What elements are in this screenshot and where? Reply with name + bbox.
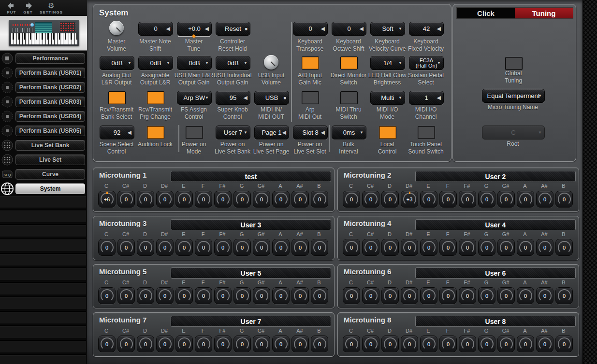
- mt3-knob-D[interactable]: 0: [137, 239, 154, 256]
- power-on-live-set-page[interactable]: Page 1◀: [254, 126, 289, 140]
- microtuning-name-field[interactable]: User 8: [415, 316, 576, 327]
- micro-tuning-name-dropdown[interactable]: Equal Temperment ▼: [482, 89, 545, 103]
- mt8-knob-G#[interactable]: 0: [497, 336, 515, 352]
- mt7-knob-A[interactable]: 0: [272, 336, 290, 352]
- mt7-knob-C#[interactable]: 0: [117, 336, 135, 352]
- mt2-knob-A#[interactable]: 0: [536, 191, 553, 208]
- mt6-knob-F#[interactable]: 0: [459, 287, 476, 304]
- mt5-knob-C[interactable]: 0: [98, 287, 116, 304]
- mt5-knob-C#[interactable]: 0: [117, 287, 135, 304]
- mt1-knob-D[interactable]: 0: [137, 191, 154, 208]
- rcv-transmit-prg-change[interactable]: [147, 91, 164, 104]
- mt7-knob-G#[interactable]: 0: [253, 336, 270, 352]
- mt2-knob-E[interactable]: 0: [420, 191, 437, 208]
- mt7-knob-B[interactable]: 0: [311, 336, 328, 352]
- mt8-knob-B[interactable]: 0: [555, 336, 573, 352]
- mt1-knob-F[interactable]: 0: [195, 191, 212, 208]
- microtuning-name-field[interactable]: User 6: [415, 267, 576, 279]
- mt6-knob-C[interactable]: 0: [343, 287, 360, 304]
- mt8-knob-A[interactable]: 0: [517, 336, 534, 352]
- mt8-knob-C[interactable]: 0: [343, 336, 360, 352]
- mt3-knob-C#[interactable]: 0: [117, 239, 135, 256]
- mt8-knob-D[interactable]: 0: [381, 336, 399, 352]
- mt7-knob-D#[interactable]: 0: [156, 336, 174, 352]
- scene-select-control[interactable]: 92◀: [100, 126, 134, 140]
- microtuning-name-field[interactable]: User 7: [171, 316, 331, 327]
- super-knob-control[interactable]: 95◀: [216, 91, 250, 105]
- mt1-knob-G#[interactable]: 0: [253, 191, 270, 208]
- sidebar-item-perform-bank-usr03[interactable]: Perform Bank (USR03): [15, 97, 85, 107]
- mt8-knob-F[interactable]: 0: [439, 336, 457, 352]
- mt1-knob-C#[interactable]: 0: [117, 191, 135, 208]
- mt3-knob-B[interactable]: 0: [311, 239, 328, 256]
- mt6-knob-G#[interactable]: 0: [497, 287, 515, 304]
- microtuning-name-field[interactable]: User 3: [171, 219, 331, 230]
- mt1-knob-G[interactable]: 0: [233, 191, 251, 208]
- mt7-knob-E[interactable]: 0: [175, 336, 193, 352]
- midi-io-channel[interactable]: 1◀: [409, 91, 444, 105]
- mt3-knob-A#[interactable]: 0: [291, 239, 309, 256]
- toolbar-get-button[interactable]: GET: [23, 2, 33, 14]
- mt5-knob-B[interactable]: 0: [311, 287, 328, 304]
- sustain-pedal-select[interactable]: FC3A(Half On)▼: [409, 56, 444, 70]
- midi-io-mode[interactable]: Multi▼: [370, 91, 405, 105]
- microtuning-name-field[interactable]: User 5: [171, 267, 331, 279]
- mt6-knob-A#[interactable]: 0: [536, 287, 553, 304]
- audition-lock[interactable]: [147, 126, 164, 139]
- fs-assign-control[interactable]: Arp SW▼: [177, 91, 212, 105]
- keyboard-fixed-velocity[interactable]: 42◀: [409, 22, 444, 36]
- mt2-knob-B[interactable]: 0: [555, 191, 573, 208]
- midi-thru-switch[interactable]: [340, 91, 358, 104]
- mt6-knob-E[interactable]: 0: [420, 287, 437, 304]
- mt8-knob-F#[interactable]: 0: [459, 336, 476, 352]
- mt4-knob-C[interactable]: 0: [343, 239, 360, 256]
- mt5-knob-D#[interactable]: 0: [156, 287, 174, 304]
- power-on-live-set-slot[interactable]: Slot 8◀: [293, 126, 328, 140]
- usb-individual-output-gain[interactable]: 0dB▼: [216, 56, 250, 70]
- controller-reset-hold[interactable]: Reset■: [216, 22, 250, 36]
- mt2-knob-D[interactable]: 0: [381, 191, 399, 208]
- mt8-knob-G[interactable]: 0: [478, 336, 495, 352]
- mt4-knob-G[interactable]: 0: [478, 239, 495, 256]
- mt1-knob-F#[interactable]: 0: [214, 191, 232, 208]
- midi-in-midi-out[interactable]: USB■: [254, 91, 289, 105]
- assignable-output-lr[interactable]: 0dB▼: [138, 56, 173, 70]
- mt6-knob-G[interactable]: 0: [478, 287, 495, 304]
- mt4-knob-D#[interactable]: 0: [401, 239, 418, 256]
- mt7-knob-G[interactable]: 0: [233, 336, 251, 352]
- mt1-knob-D#[interactable]: 0: [156, 191, 174, 208]
- mt5-knob-F[interactable]: 0: [195, 287, 212, 304]
- mt5-knob-A[interactable]: 0: [272, 287, 290, 304]
- master-volume[interactable]: [109, 21, 124, 35]
- ad-input-gain-mic[interactable]: [302, 56, 319, 70]
- rcv-transmit-bank-select[interactable]: [108, 91, 126, 104]
- mt5-knob-A#[interactable]: 0: [291, 287, 309, 304]
- mt5-knob-G#[interactable]: 0: [253, 287, 270, 304]
- mt2-knob-G#[interactable]: 0: [497, 191, 515, 208]
- mt8-knob-E[interactable]: 0: [420, 336, 437, 352]
- mt3-knob-E[interactable]: 0: [175, 239, 193, 256]
- sidebar-item-performance[interactable]: Performance: [15, 53, 85, 64]
- sidebar-item-perform-bank-usr05[interactable]: Perform Bank (USR05): [15, 126, 85, 136]
- master-tune[interactable]: +0.0◀: [177, 22, 212, 36]
- mt6-knob-D#[interactable]: 0: [401, 287, 418, 304]
- master-tune-slider[interactable]: [178, 36, 210, 37]
- local-control[interactable]: [379, 126, 396, 139]
- mt4-knob-A#[interactable]: 0: [536, 239, 553, 256]
- mt8-knob-D#[interactable]: 0: [401, 336, 418, 352]
- mt4-knob-B[interactable]: 0: [555, 239, 573, 256]
- mt7-knob-A#[interactable]: 0: [291, 336, 309, 352]
- microtuning-name-field[interactable]: User 2: [415, 171, 576, 182]
- mt1-knob-A[interactable]: 0: [272, 191, 290, 208]
- bulk-interval[interactable]: 0ms▼: [332, 126, 366, 140]
- mt7-knob-D[interactable]: 0: [137, 336, 154, 352]
- mt5-knob-D[interactable]: 0: [137, 287, 154, 304]
- usb-main-lr-output-gain[interactable]: 0dB▼: [177, 56, 212, 70]
- mt3-knob-G#[interactable]: 0: [253, 239, 270, 256]
- mt3-knob-D#[interactable]: 0: [156, 239, 174, 256]
- mt4-knob-A[interactable]: 0: [517, 239, 534, 256]
- sidebar-item-system[interactable]: System: [15, 183, 85, 194]
- mt2-knob-C[interactable]: 0: [343, 191, 360, 208]
- mt5-knob-E[interactable]: 0: [175, 287, 193, 304]
- mt4-knob-G#[interactable]: 0: [497, 239, 515, 256]
